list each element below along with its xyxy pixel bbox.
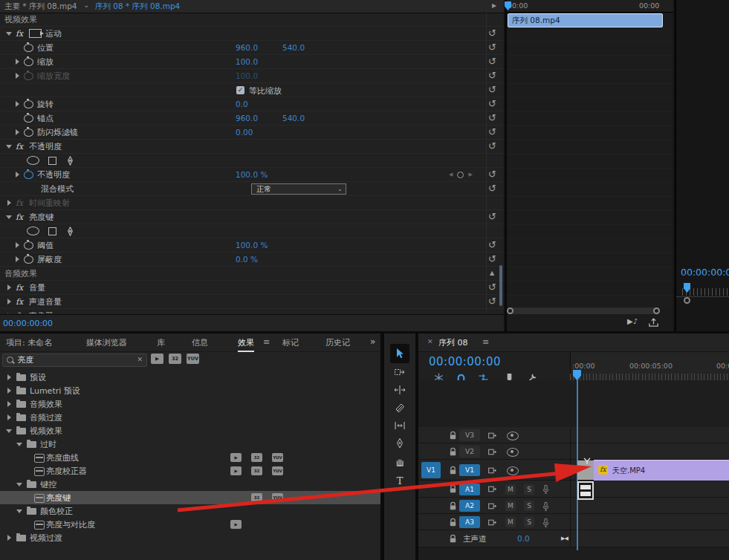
stopwatch-icon[interactable] xyxy=(24,44,33,52)
mute-button[interactable]: M xyxy=(505,484,516,495)
expand-twirl-icon[interactable] xyxy=(6,284,12,290)
tab-effects[interactable]: 效果 xyxy=(238,337,254,352)
reset-parameter-icon[interactable]: ↺ xyxy=(488,183,496,195)
search-input-value[interactable]: 亮度 xyxy=(18,355,33,365)
mic-record-icon[interactable] xyxy=(541,501,551,511)
previous-keyframe-icon[interactable]: ◀ xyxy=(449,171,453,178)
effect-row-11[interactable]: 不透明度100.0 %◀▶↺ xyxy=(0,168,504,182)
mini-timeline-ruler[interactable]: 00:00 00:00 xyxy=(507,0,673,13)
effect-row-9[interactable]: fx不透明度↺ xyxy=(0,140,504,154)
tree-twirl-icon[interactable] xyxy=(16,508,22,514)
tab-panel-6[interactable]: 历史记 xyxy=(325,337,350,348)
tree-twirl-icon[interactable] xyxy=(6,414,12,420)
collapse-twirl-icon[interactable] xyxy=(6,214,12,220)
lock-icon[interactable] xyxy=(448,534,458,544)
master-volume-value[interactable]: 0.0 xyxy=(517,534,530,543)
tree-folder-10[interactable]: 颜色校正 xyxy=(0,504,380,518)
sequence-clip-tab[interactable]: 序列 08 * 序列 08.mp4 xyxy=(95,1,180,12)
bit32-badge[interactable]: 32 xyxy=(169,354,181,364)
mute-button[interactable]: M xyxy=(505,501,516,511)
param-value[interactable]: 100.0 % xyxy=(236,241,268,250)
track-select-forward-tool[interactable] xyxy=(394,366,406,378)
panel-play-icon[interactable]: ▶ xyxy=(492,2,496,9)
lock-icon[interactable] xyxy=(448,447,458,457)
mic-record-icon[interactable] xyxy=(541,518,551,527)
ellipse-mask-icon[interactable] xyxy=(27,156,39,165)
param-value[interactable]: 100.0 xyxy=(236,57,258,66)
effect-row-14[interactable]: fx亮度键↺ xyxy=(0,210,504,224)
pen-mask-icon[interactable] xyxy=(65,227,75,236)
tree-twirl-icon[interactable] xyxy=(6,535,12,541)
mini-clip-bar[interactable]: 序列 08.mp4 xyxy=(508,13,663,27)
expand-twirl-icon[interactable] xyxy=(14,73,20,79)
export-frame-icon[interactable] xyxy=(648,317,659,331)
blend-mode-dropdown[interactable]: 正常⌄ xyxy=(251,183,346,195)
collapse-twirl-icon[interactable] xyxy=(6,30,12,36)
stopwatch-icon[interactable] xyxy=(24,241,33,250)
reset-parameter-icon[interactable]: ↺ xyxy=(488,281,496,293)
track-target-A2[interactable]: A2 xyxy=(459,500,480,512)
clip-fx-badge[interactable]: fx xyxy=(598,465,608,475)
effect-row-13[interactable]: fx时间重映射 xyxy=(0,196,504,210)
param-value[interactable]: 960.0 xyxy=(236,43,258,52)
lock-icon[interactable] xyxy=(448,501,458,511)
tree-effect-7[interactable]: 亮度校正器▶32YUV xyxy=(0,464,380,478)
fx-effect-icon[interactable]: fx xyxy=(16,311,25,314)
effect-row-4[interactable]: 缩放宽度100.0↺ xyxy=(0,69,504,83)
accelerated-effects-badge[interactable]: ▶ xyxy=(151,354,163,364)
right-panel-zoom-handle[interactable] xyxy=(684,297,690,304)
tab-panel-1[interactable]: 媒体浏览器 xyxy=(86,337,127,348)
track-sync-icon[interactable] xyxy=(487,484,497,494)
zoom-handle-left[interactable] xyxy=(507,307,513,314)
stopwatch-icon[interactable] xyxy=(24,100,33,108)
play-audio-icon[interactable]: ▶♪ xyxy=(627,317,638,331)
effect-row-5[interactable]: ✓等比缩放↺ xyxy=(0,83,504,97)
close-icon[interactable]: ✕ xyxy=(427,338,433,345)
lock-icon[interactable] xyxy=(448,466,458,475)
tree-folder-5[interactable]: 过时 xyxy=(0,437,380,451)
eye-toggle-icon[interactable] xyxy=(507,432,519,440)
tree-folder-12[interactable]: 视频过渡 xyxy=(0,531,380,544)
reset-parameter-icon[interactable]: ↺ xyxy=(488,84,496,96)
track-sync-icon[interactable] xyxy=(487,431,497,440)
reset-parameter-icon[interactable]: ↺ xyxy=(488,56,496,68)
track-target-V3[interactable]: V3 xyxy=(459,429,480,441)
pen-tool[interactable] xyxy=(394,437,406,449)
effect-panel-timecode[interactable]: 00:00:00:00 xyxy=(3,319,53,328)
scroll-up-icon[interactable]: ▲ xyxy=(490,270,494,276)
chevron-down-icon[interactable]: ⌄ xyxy=(83,1,89,9)
effect-row-12[interactable]: 混合模式正常⌄↺ xyxy=(0,182,504,196)
stopwatch-icon[interactable] xyxy=(24,72,33,80)
reset-parameter-icon[interactable]: ↺ xyxy=(488,169,496,180)
tree-twirl-icon[interactable] xyxy=(6,388,12,394)
effect-row-20[interactable]: fx声道音量↺ xyxy=(0,295,504,309)
effect-row-21[interactable]: fx声像器 xyxy=(0,309,504,313)
tab-panel-2[interactable]: 库 xyxy=(157,337,165,348)
reset-parameter-icon[interactable]: ↺ xyxy=(488,70,496,82)
tab-panel-5[interactable]: 标记 xyxy=(282,337,299,348)
source-patch-V1[interactable]: V1 xyxy=(421,462,441,478)
track-target-V2[interactable]: V2 xyxy=(459,446,480,458)
tree-folder-1[interactable]: Lumetri 预设 xyxy=(0,384,380,397)
fx-effect-icon[interactable]: fx xyxy=(16,297,25,307)
master-fit-icon[interactable]: ▶◀ xyxy=(561,535,568,541)
stopwatch-icon[interactable] xyxy=(24,255,33,264)
razor-tool[interactable] xyxy=(394,402,406,414)
slip-tool[interactable] xyxy=(394,420,406,432)
reset-parameter-icon[interactable]: ↺ xyxy=(488,296,496,307)
expand-twirl-icon[interactable] xyxy=(14,45,20,51)
effects-search-box[interactable]: 亮度 ✕ xyxy=(2,354,147,367)
reset-parameter-icon[interactable]: ↺ xyxy=(488,112,496,124)
timeline-timecode[interactable]: 00:00:00:00 xyxy=(429,355,501,368)
tree-twirl-icon[interactable] xyxy=(6,428,12,434)
tree-effect-6[interactable]: 亮度曲线▶32YUV xyxy=(0,451,380,464)
pen-mask-icon[interactable] xyxy=(65,156,75,166)
collapse-twirl-icon[interactable] xyxy=(6,143,12,149)
fx-effect-icon[interactable]: fx xyxy=(16,198,25,208)
track-sync-icon[interactable] xyxy=(487,466,497,475)
tree-twirl-icon[interactable] xyxy=(6,401,12,407)
expand-twirl-icon[interactable] xyxy=(6,200,12,206)
effect-row-16[interactable]: 阈值100.0 %↺ xyxy=(0,238,504,253)
timeline-tab-label[interactable]: 序列 08 xyxy=(438,337,468,348)
reset-parameter-icon[interactable]: ↺ xyxy=(488,27,496,39)
